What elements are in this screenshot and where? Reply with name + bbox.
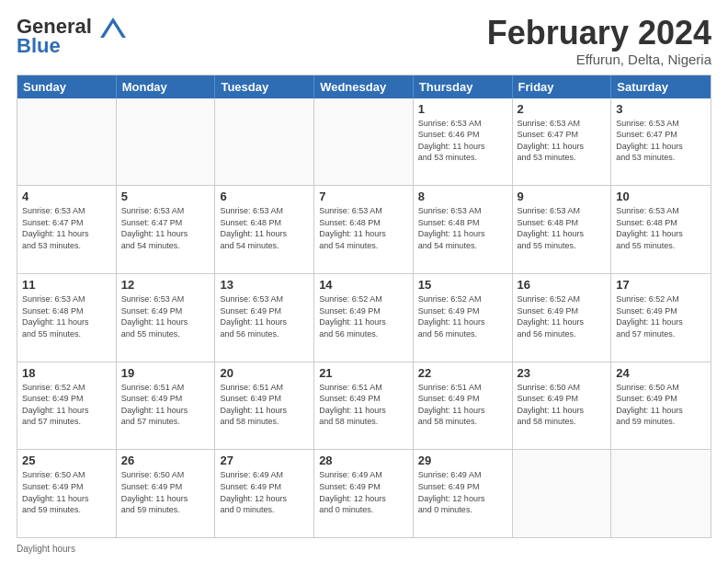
- calendar-cell: 6Sunrise: 6:53 AM Sunset: 6:48 PM Daylig…: [215, 186, 314, 273]
- cell-info: Sunrise: 6:53 AM Sunset: 6:47 PM Dayligh…: [22, 205, 111, 251]
- calendar-cell: 15Sunrise: 6:52 AM Sunset: 6:49 PM Dayli…: [414, 274, 513, 362]
- day-number: 27: [220, 454, 309, 467]
- day-number: 25: [22, 454, 111, 467]
- cell-info: Sunrise: 6:53 AM Sunset: 6:48 PM Dayligh…: [518, 205, 607, 251]
- cell-info: Sunrise: 6:53 AM Sunset: 6:48 PM Dayligh…: [22, 293, 111, 339]
- cell-info: Sunrise: 6:53 AM Sunset: 6:47 PM Dayligh…: [518, 118, 607, 164]
- day-number: 11: [22, 278, 111, 292]
- cell-info: Sunrise: 6:52 AM Sunset: 6:49 PM Dayligh…: [518, 293, 607, 339]
- cell-info: Sunrise: 6:51 AM Sunset: 6:49 PM Dayligh…: [220, 382, 309, 428]
- calendar: SundayMondayTuesdayWednesdayThursdayFrid…: [17, 75, 711, 538]
- day-number: 29: [418, 454, 507, 467]
- day-number: 24: [616, 366, 706, 380]
- calendar-cell: 14Sunrise: 6:52 AM Sunset: 6:49 PM Dayli…: [314, 274, 414, 362]
- cell-info: Sunrise: 6:53 AM Sunset: 6:48 PM Dayligh…: [616, 205, 706, 251]
- day-number: 23: [518, 366, 607, 380]
- calendar-cell: [611, 450, 711, 537]
- calendar-cell: 10Sunrise: 6:53 AM Sunset: 6:48 PM Dayli…: [611, 186, 711, 273]
- day-number: 18: [22, 366, 111, 380]
- cell-info: Sunrise: 6:53 AM Sunset: 6:49 PM Dayligh…: [121, 293, 210, 339]
- cell-info: Sunrise: 6:53 AM Sunset: 6:47 PM Dayligh…: [616, 118, 706, 164]
- calendar-cell: 16Sunrise: 6:52 AM Sunset: 6:49 PM Dayli…: [513, 274, 612, 362]
- day-number: 17: [616, 278, 706, 292]
- calendar-cell: 17Sunrise: 6:52 AM Sunset: 6:49 PM Dayli…: [611, 274, 711, 362]
- day-number: 2: [518, 102, 607, 116]
- title-block: February 2024 Effurun, Delta, Nigeria: [487, 15, 711, 67]
- calendar-cell: 8Sunrise: 6:53 AM Sunset: 6:48 PM Daylig…: [414, 186, 513, 273]
- day-number: 16: [518, 278, 607, 292]
- calendar-header-cell: Friday: [513, 75, 612, 98]
- day-number: 15: [418, 278, 507, 292]
- calendar-cell: 11Sunrise: 6:53 AM Sunset: 6:48 PM Dayli…: [17, 274, 117, 362]
- calendar-cell: 27Sunrise: 6:49 AM Sunset: 6:49 PM Dayli…: [215, 450, 314, 537]
- calendar-cell: 28Sunrise: 6:49 AM Sunset: 6:49 PM Dayli…: [314, 450, 414, 537]
- day-number: 1: [418, 102, 507, 116]
- calendar-row: 25Sunrise: 6:50 AM Sunset: 6:49 PM Dayli…: [17, 449, 711, 537]
- cell-info: Sunrise: 6:53 AM Sunset: 6:48 PM Dayligh…: [319, 205, 408, 251]
- calendar-cell: 29Sunrise: 6:49 AM Sunset: 6:49 PM Dayli…: [414, 450, 513, 537]
- calendar-cell: 13Sunrise: 6:53 AM Sunset: 6:49 PM Dayli…: [215, 274, 314, 362]
- cell-info: Sunrise: 6:51 AM Sunset: 6:49 PM Dayligh…: [121, 382, 210, 428]
- day-number: 10: [616, 190, 706, 203]
- calendar-row: 1Sunrise: 6:53 AM Sunset: 6:46 PM Daylig…: [17, 98, 711, 186]
- calendar-cell: 24Sunrise: 6:50 AM Sunset: 6:49 PM Dayli…: [611, 362, 711, 450]
- month-title: February 2024: [487, 15, 711, 52]
- calendar-row: 18Sunrise: 6:52 AM Sunset: 6:49 PM Dayli…: [17, 362, 711, 450]
- day-number: 7: [319, 190, 408, 203]
- calendar-header-cell: Sunday: [17, 75, 117, 98]
- cell-info: Sunrise: 6:49 AM Sunset: 6:49 PM Dayligh…: [220, 469, 309, 515]
- day-number: 3: [616, 102, 706, 116]
- cell-info: Sunrise: 6:50 AM Sunset: 6:49 PM Dayligh…: [121, 469, 210, 515]
- cell-info: Sunrise: 6:52 AM Sunset: 6:49 PM Dayligh…: [22, 382, 111, 428]
- calendar-body: 1Sunrise: 6:53 AM Sunset: 6:46 PM Daylig…: [17, 98, 711, 537]
- cell-info: Sunrise: 6:49 AM Sunset: 6:49 PM Dayligh…: [418, 469, 507, 515]
- day-number: 5: [121, 190, 210, 203]
- day-number: 6: [220, 190, 309, 203]
- calendar-cell: 9Sunrise: 6:53 AM Sunset: 6:48 PM Daylig…: [513, 186, 612, 273]
- cell-info: Sunrise: 6:53 AM Sunset: 6:46 PM Dayligh…: [418, 118, 507, 164]
- calendar-header: SundayMondayTuesdayWednesdayThursdayFrid…: [17, 75, 711, 98]
- calendar-cell: [17, 98, 117, 186]
- calendar-cell: 20Sunrise: 6:51 AM Sunset: 6:49 PM Dayli…: [215, 362, 314, 450]
- cell-info: Sunrise: 6:52 AM Sunset: 6:49 PM Dayligh…: [418, 293, 507, 339]
- day-number: 28: [319, 454, 408, 467]
- calendar-cell: 7Sunrise: 6:53 AM Sunset: 6:48 PM Daylig…: [314, 186, 414, 273]
- calendar-cell: 12Sunrise: 6:53 AM Sunset: 6:49 PM Dayli…: [117, 274, 216, 362]
- day-number: 14: [319, 278, 408, 292]
- day-number: 20: [220, 366, 309, 380]
- calendar-cell: [215, 98, 314, 186]
- footer-label: Daylight hours: [17, 544, 75, 554]
- day-number: 21: [319, 366, 408, 380]
- calendar-row: 11Sunrise: 6:53 AM Sunset: 6:48 PM Dayli…: [17, 273, 711, 362]
- cell-info: Sunrise: 6:52 AM Sunset: 6:49 PM Dayligh…: [319, 293, 408, 339]
- page-header: General Blue February 2024 Effurun, Delt…: [17, 15, 711, 67]
- calendar-header-cell: Monday: [117, 75, 216, 98]
- calendar-cell: 26Sunrise: 6:50 AM Sunset: 6:49 PM Dayli…: [117, 450, 216, 537]
- cell-info: Sunrise: 6:53 AM Sunset: 6:47 PM Dayligh…: [121, 205, 210, 251]
- calendar-cell: 23Sunrise: 6:50 AM Sunset: 6:49 PM Dayli…: [513, 362, 612, 450]
- logo: General Blue: [17, 15, 126, 58]
- calendar-cell: 22Sunrise: 6:51 AM Sunset: 6:49 PM Dayli…: [414, 362, 513, 450]
- calendar-cell: 1Sunrise: 6:53 AM Sunset: 6:46 PM Daylig…: [414, 98, 513, 186]
- calendar-cell: 19Sunrise: 6:51 AM Sunset: 6:49 PM Dayli…: [117, 362, 216, 450]
- cell-info: Sunrise: 6:50 AM Sunset: 6:49 PM Dayligh…: [518, 382, 607, 428]
- cell-info: Sunrise: 6:50 AM Sunset: 6:49 PM Dayligh…: [616, 382, 706, 428]
- calendar-cell: [513, 450, 612, 537]
- calendar-header-cell: Tuesday: [215, 75, 314, 98]
- calendar-cell: [117, 98, 216, 186]
- calendar-header-cell: Thursday: [414, 75, 513, 98]
- footer: Daylight hours: [17, 544, 711, 554]
- calendar-cell: 18Sunrise: 6:52 AM Sunset: 6:49 PM Dayli…: [17, 362, 117, 450]
- location: Effurun, Delta, Nigeria: [487, 52, 711, 67]
- calendar-header-cell: Wednesday: [314, 75, 414, 98]
- calendar-cell: 3Sunrise: 6:53 AM Sunset: 6:47 PM Daylig…: [611, 98, 711, 186]
- calendar-row: 4Sunrise: 6:53 AM Sunset: 6:47 PM Daylig…: [17, 185, 711, 273]
- calendar-cell: 4Sunrise: 6:53 AM Sunset: 6:47 PM Daylig…: [17, 186, 117, 273]
- cell-info: Sunrise: 6:51 AM Sunset: 6:49 PM Dayligh…: [319, 382, 408, 428]
- cell-info: Sunrise: 6:51 AM Sunset: 6:49 PM Dayligh…: [418, 382, 507, 428]
- day-number: 19: [121, 366, 210, 380]
- logo-icon: [100, 17, 126, 38]
- calendar-cell: 5Sunrise: 6:53 AM Sunset: 6:47 PM Daylig…: [117, 186, 216, 273]
- day-number: 26: [121, 454, 210, 467]
- calendar-cell: 25Sunrise: 6:50 AM Sunset: 6:49 PM Dayli…: [17, 450, 117, 537]
